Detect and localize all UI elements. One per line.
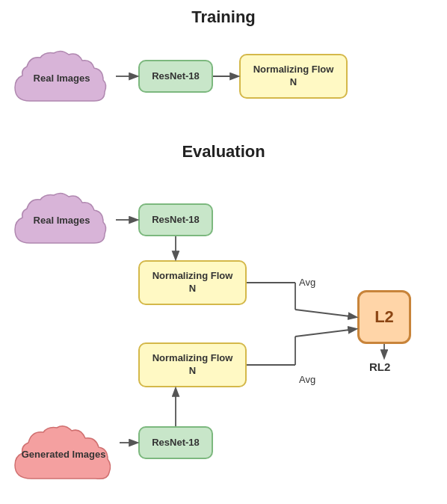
training-resnet-box: ResNet-18 [138, 60, 213, 93]
eval-nf-top-box: Normalizing Flow N [138, 260, 247, 305]
eval-resnet-bottom-box: ResNet-18 [138, 426, 213, 459]
avg-label-bottom: Avg [299, 374, 315, 385]
eval-resnet-top-box: ResNet-18 [138, 203, 213, 236]
diagram: Training Real Images ResNet-18 Normalizi… [0, 0, 447, 504]
evaluation-title: Evaluation [0, 142, 447, 162]
svg-line-6 [295, 310, 356, 317]
eval-real-images-cloud: Real Images [7, 183, 116, 258]
training-title: Training [0, 7, 447, 27]
eval-nf-bottom-box: Normalizing Flow N [138, 342, 247, 387]
training-nf-box: Normalizing Flow N [239, 54, 348, 99]
l2-box: L2 [357, 290, 411, 344]
generated-images-cloud: Generated Images [7, 417, 120, 492]
avg-label-top: Avg [299, 277, 315, 288]
svg-line-9 [295, 329, 356, 336]
training-real-images-cloud: Real Images [7, 41, 116, 116]
rl2-label: RL2 [369, 360, 390, 373]
